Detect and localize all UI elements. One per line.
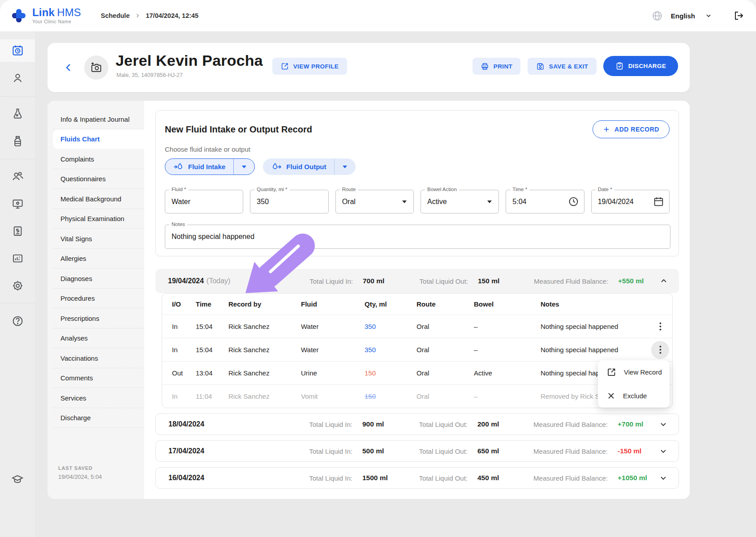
nav-item-label: Comments xyxy=(60,374,93,382)
field-value: Oral xyxy=(342,190,356,213)
nav-item-discharge[interactable]: Discharge xyxy=(47,408,144,428)
day-group-header-19-04[interactable]: 19/04/2024 (Today) Total Liquid In: 700 … xyxy=(155,269,679,293)
exclude-menu-item[interactable]: Exclude xyxy=(598,384,670,408)
nav-item-label: Allergies xyxy=(60,255,86,262)
rail-divider xyxy=(0,303,35,303)
education-icon[interactable] xyxy=(0,468,35,490)
day-today-suffix: (Today) xyxy=(206,277,230,285)
reports-icon[interactable] xyxy=(0,247,35,269)
logo-text: Link xyxy=(32,6,55,18)
lab-icon[interactable] xyxy=(0,102,35,124)
row-menu-icon-active[interactable] xyxy=(648,341,672,359)
quantity-field[interactable]: Quantity, ml * 350 xyxy=(250,190,328,213)
nav-item-vital-signs[interactable]: Vital Signs xyxy=(47,229,144,249)
time-field[interactable]: Time * 5:04 xyxy=(506,190,584,213)
clock-icon[interactable] xyxy=(568,196,579,207)
logout-icon[interactable] xyxy=(734,10,744,21)
nav-item-procedures[interactable]: Procedures xyxy=(47,289,144,309)
patient-name: Jerel Kevin Parocha xyxy=(116,52,263,69)
patients-icon[interactable] xyxy=(0,67,35,89)
bowel-action-select[interactable]: Bowel Action Active xyxy=(421,190,499,213)
field-value: Active xyxy=(427,190,447,213)
patient-details: Male, 35, 14097856-HJ-27 xyxy=(116,72,183,78)
fluid-field[interactable]: Fluid * Water xyxy=(165,190,243,213)
fluid-records-table: I/O Time Record by Fluid Qty, ml Route B… xyxy=(162,293,673,408)
day-group-header-16-04[interactable]: 16/04/2024 Total Liquid In: 1500 ml Tota… xyxy=(155,467,679,489)
nav-item-physical-examination[interactable]: Physical Examination xyxy=(47,209,144,229)
schedule-icon[interactable] xyxy=(0,39,35,61)
field-value: 19/04/2024 xyxy=(598,190,634,213)
patient-nav-panel: Info & Inpatient Journal Fluids Chart Co… xyxy=(47,101,144,499)
col-route: Route xyxy=(417,300,474,308)
nav-item-fluids-chart[interactable]: Fluids Chart xyxy=(53,129,144,149)
breadcrumb-schedule[interactable]: Schedule xyxy=(101,12,129,19)
breadcrumb-current: 17/04/2024, 12:45 xyxy=(146,12,198,19)
fluid-intake-label: Fluid Intake xyxy=(188,163,225,170)
back-icon[interactable] xyxy=(64,63,73,72)
nav-item-services[interactable]: Services xyxy=(47,388,144,408)
fluid-output-label: Fluid Output xyxy=(286,163,326,170)
chevron-down-icon[interactable] xyxy=(659,447,668,456)
nav-item-diagnoses[interactable]: Diagnoses xyxy=(47,268,144,289)
workstation-icon[interactable] xyxy=(0,192,35,215)
nav-item-label: Prescriptions xyxy=(60,315,99,322)
app-logo[interactable]: LinkHMS Your Clinic Name xyxy=(10,7,81,25)
nav-item-info-inpatient-journal[interactable]: Info & Inpatient Journal xyxy=(47,109,144,129)
table-row: Out 13:04 Rick Sanchez Urine 150 Oral Ac… xyxy=(162,361,672,384)
chevron-right-icon xyxy=(135,13,140,18)
rail-divider xyxy=(0,159,35,159)
print-button[interactable]: PRINT xyxy=(472,58,520,75)
calendar-icon[interactable] xyxy=(653,196,664,207)
nav-item-medical-background[interactable]: Medical Background xyxy=(47,189,144,209)
field-value: Nothing special happened xyxy=(172,225,254,248)
day-group-header-17-04[interactable]: 17/04/2024 Total Liquid In: 500 ml Total… xyxy=(155,440,679,462)
settings-icon[interactable] xyxy=(0,274,35,297)
printer-icon xyxy=(481,62,489,71)
discharge-button[interactable]: DISCHARGE xyxy=(603,56,678,76)
rail-divider xyxy=(0,96,35,97)
fluid-intake-toggle[interactable]: Fluid Intake xyxy=(165,158,255,175)
row-menu-icon[interactable] xyxy=(648,322,672,331)
chevron-down-icon[interactable] xyxy=(659,473,668,482)
globe-icon xyxy=(652,10,663,21)
patient-header-card: Jerel Kevin Parocha Male, 35, 14097856-H… xyxy=(47,43,690,92)
logo-cross-icon xyxy=(10,7,28,25)
nav-item-allergies[interactable]: Allergies xyxy=(47,249,144,269)
view-profile-button[interactable]: VIEW PROFILE xyxy=(272,58,347,75)
fluid-output-dropdown[interactable] xyxy=(335,159,355,175)
chevron-up-icon[interactable] xyxy=(659,277,668,286)
exclude-label: Exclude xyxy=(623,392,647,400)
staff-icon[interactable] xyxy=(0,165,35,188)
nav-item-label: Physical Examination xyxy=(60,215,125,222)
top-bar: LinkHMS Your Clinic Name Schedule 17/04/… xyxy=(0,0,756,31)
nav-item-label: Questionnaires xyxy=(60,175,106,183)
caret-down-icon xyxy=(487,200,492,203)
pharmacy-icon[interactable] xyxy=(0,130,35,152)
table-row-excluded: In 11:04 Rick Sanchez Vomit 150 Oral – R… xyxy=(162,384,672,408)
caret-down-icon xyxy=(343,166,347,168)
fluid-intake-dropdown[interactable] xyxy=(234,159,254,175)
nav-item-comments[interactable]: Comments xyxy=(47,368,144,388)
balance-label: Measured Fluid Balance: xyxy=(528,277,608,285)
chevron-down-icon[interactable] xyxy=(705,12,712,19)
day-group-header-18-04[interactable]: 18/04/2024 Total Liquid In: 900 ml Total… xyxy=(155,413,679,435)
chevron-down-icon[interactable] xyxy=(659,420,668,429)
date-field[interactable]: Date * 19/04/2024 xyxy=(591,190,670,213)
billing-icon[interactable] xyxy=(0,220,35,242)
fluid-output-toggle[interactable]: Fluid Output xyxy=(263,158,356,175)
nav-item-analyses[interactable]: Analyses xyxy=(47,328,144,349)
language-selector[interactable]: English xyxy=(671,12,695,20)
nav-item-vaccinations[interactable]: Vaccinations xyxy=(47,348,144,368)
save-exit-button[interactable]: SAVE & EXIT xyxy=(528,58,597,75)
view-record-menu-item[interactable]: View Record xyxy=(598,360,670,384)
patient-avatar[interactable] xyxy=(84,55,108,80)
fluid-intake-icon xyxy=(173,162,184,172)
notes-field[interactable]: Notes Nothing special happened xyxy=(165,225,670,249)
add-record-button[interactable]: ADD RECORD xyxy=(593,120,670,138)
nav-item-complaints[interactable]: Complaints xyxy=(47,149,144,169)
nav-item-questionnaires[interactable]: Questionnaires xyxy=(47,169,144,189)
help-icon[interactable] xyxy=(0,310,35,332)
route-select[interactable]: Route Oral xyxy=(335,190,414,213)
breadcrumb: Schedule 17/04/2024, 12:45 xyxy=(101,12,198,19)
nav-item-prescriptions[interactable]: Prescriptions xyxy=(47,308,144,328)
